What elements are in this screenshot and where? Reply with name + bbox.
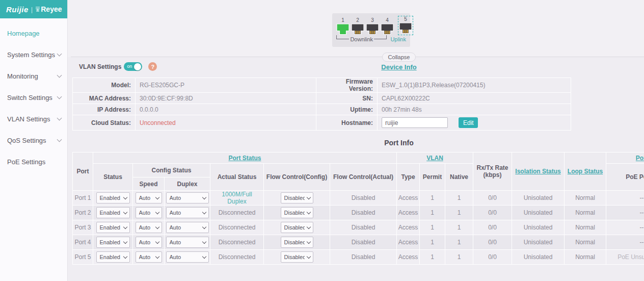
speed-select[interactable]: Auto [136,251,162,263]
duplex-select[interactable]: Auto [166,192,209,203]
permit-cell: 1 [420,191,445,206]
sidebar-item-label: Homepage [7,30,58,37]
port-icon[interactable]: 3 [366,17,379,35]
help-icon[interactable]: ? [148,62,157,71]
flow-control-select[interactable]: Disabled [281,192,313,203]
rj45-port-icon [381,23,394,35]
port-row: Port 4 Enabled Auto Auto Disconnected Di… [73,235,644,250]
loop-cell: Normal [565,206,606,220]
port-icon[interactable]: 2 [351,17,364,35]
sidebar-item[interactable]: Monitoring [0,65,67,87]
isolation-status-value: Unisolated [524,194,553,201]
device-info-row: Model: RG-ES205GC-P Firmware Version: ES… [73,78,571,93]
permit-cell: 1 [420,220,445,235]
hostname-input[interactable] [382,117,448,128]
flow-control-select[interactable]: Disabled [281,251,313,263]
poe-link[interactable]: PoE [636,155,644,162]
vlan-native-value: 1 [458,253,461,261]
col-port: Port [73,152,93,191]
sidebar-item[interactable]: System Settings [0,44,67,65]
port-row: Port 3 Enabled Auto Auto Disconnected Di… [73,220,644,235]
col-group-port-status: Port Status [93,152,397,164]
reyee-cjk-icon [35,6,40,12]
port-icon[interactable]: 5 [399,16,412,34]
flow-actual-cell: Disabled [330,220,397,235]
device-info-link[interactable]: Device Info [381,63,416,71]
port-row: Port 5 Enabled Auto Auto Disconnected Di… [73,250,644,265]
vlan-type-value: Access [398,253,418,261]
status-select[interactable]: Enabled [96,237,130,248]
vlan-link[interactable]: VLAN [426,155,443,162]
flow-actual-value: Disabled [352,224,375,231]
port-icon[interactable]: 1 [336,17,350,35]
main-content: 1 2 3 [68,0,644,281]
rj45-port-icon [399,22,412,34]
isolation-status-link[interactable]: Isolation Status [515,168,560,175]
hostname-cell: Edit [378,115,571,131]
vlan-permit-value: 1 [431,194,434,201]
type-cell: Access [397,250,420,265]
sidebar-item[interactable]: PoE Settings [0,151,67,172]
flow-actual-cell: Disabled [330,235,397,250]
port-row: Port 1 Enabled Auto Auto 1000M/Full Dupl… [73,191,644,206]
port-info-table: Port Port Status VLAN Rx/Tx Rate (kbps) … [72,152,644,265]
port-status-link[interactable]: Port Status [228,155,261,162]
sidebar-item[interactable]: Switch Settings [0,87,67,108]
edit-button[interactable]: Edit [459,117,478,128]
loop-status-value: Normal [575,253,595,261]
status-select[interactable]: Enabled [96,222,130,233]
flow-control-select[interactable]: Disabled [281,207,313,218]
actual-status-cell: 1000M/Full Duplex [210,191,264,206]
vlan-toggle-label: VLAN Settings [79,63,121,70]
sidebar-item[interactable]: VLAN Settings [0,108,67,130]
status-select[interactable]: Enabled [96,192,130,203]
actual-status-cell: Disconnected [210,220,264,235]
speed-select[interactable]: Auto [136,207,162,218]
flow-control-select[interactable]: Disabled [281,237,313,248]
bracket-line [374,35,384,39]
ip-value: 0.0.0.0 [136,104,316,115]
port-number: 1 [336,17,350,23]
vlan-type-value: Access [398,209,418,216]
sidebar-item-label: Monitoring [7,72,58,80]
speed-select[interactable]: Auto [136,192,162,203]
vlan-type-value: Access [398,224,418,231]
loop-status-link[interactable]: Loop Status [568,168,603,175]
actual-status-value: Disconnected [219,239,256,246]
duplex-select[interactable]: Auto [166,222,209,233]
duplex-select[interactable]: Auto [166,237,209,248]
rj45-port-icon [366,23,379,35]
status-select[interactable]: Enabled [96,251,130,263]
speed-select[interactable]: Auto [136,237,162,248]
native-cell: 1 [445,235,473,250]
col-group-vlan: VLAN [397,152,473,164]
sidebar-item[interactable]: Homepage [0,22,67,44]
toggle-knob [134,63,141,70]
flow-control-select[interactable]: Disabled [281,222,313,233]
duplex-select[interactable]: Auto [166,251,209,263]
actual-status-value: Disconnected [219,209,256,216]
status-select[interactable]: Enabled [96,207,130,218]
sidebar-item-label: Switch Settings [7,94,58,101]
firmware-label: Firmware Version: [316,78,378,93]
vlan-toggle-switch[interactable]: on [124,62,142,71]
duplex-select[interactable]: Auto [166,207,209,218]
flow-actual-value: Disabled [352,239,375,246]
rj45-port-icon [351,23,364,35]
sidebar-item[interactable]: QoS Settings [0,130,67,151]
device-info-table: Model: RG-ES205GC-P Firmware Version: ES… [72,78,571,131]
rate-cell: 0/0 [473,250,512,265]
ports-row: 1 2 3 [336,16,406,35]
vlan-native-value: 1 [458,209,461,216]
actual-status-value: Disconnected [219,224,256,231]
port-icon[interactable]: 4 [381,17,394,35]
speed-select[interactable]: Auto [136,222,162,233]
actual-status-cell: Disconnected [210,250,264,265]
poe-power-cell: -- [606,220,644,235]
speed-cell: Auto [133,191,165,206]
vlan-permit-value: 1 [431,253,434,261]
brand-logo: Ruijie | Reyee [0,0,67,18]
cloud-status-label: Cloud Status: [73,115,136,131]
flow-actual-value: Disabled [352,209,375,216]
collapse-button[interactable]: Collapse [382,53,416,62]
